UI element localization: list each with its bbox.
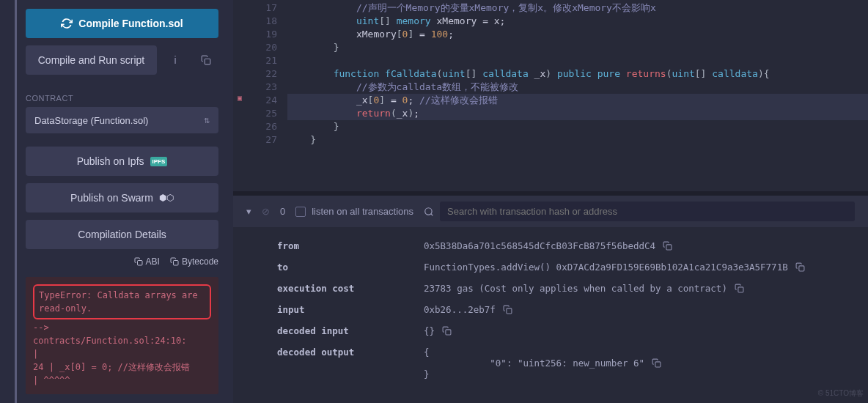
svg-rect-9 <box>655 362 661 367</box>
tx-row: decoded input{} <box>277 325 847 336</box>
tx-value: 0xb26...2eb7f <box>424 304 847 315</box>
compile-button[interactable]: Compile Function.sol <box>26 9 218 38</box>
info-icon[interactable]: i <box>163 48 188 73</box>
copy-icon[interactable] <box>663 241 672 251</box>
error-location: contracts/Function.sol:24:10: <box>33 334 211 347</box>
error-title: TypeError: Calldata arrays are read-only… <box>33 284 211 319</box>
editor-gutter: ▣ <box>233 0 251 191</box>
error-gutter-icon[interactable]: ▣ <box>238 94 242 102</box>
svg-rect-6 <box>738 287 743 292</box>
tx-row: input0xb26...2eb7f <box>277 304 847 315</box>
listen-checkbox[interactable] <box>295 207 306 217</box>
code-line: xMemory[0] = 100; <box>287 28 868 41</box>
code-line: function fCalldata(uint[] calldata _x) p… <box>287 67 868 81</box>
no-entry-icon[interactable]: ⊘ <box>262 206 270 217</box>
code-line: _x[0] = 0; //这样修改会报错 <box>287 94 868 107</box>
code-editor[interactable]: ▣ 1718192021222324252627 //声明一个Memory的变量… <box>233 0 868 191</box>
main-area: ▣ 1718192021222324252627 //声明一个Memory的变量… <box>233 0 868 403</box>
chevron-updown-icon: ⇅ <box>204 117 210 125</box>
tx-key: from <box>277 240 424 251</box>
error-arrow: --> <box>33 321 211 334</box>
svg-rect-4 <box>666 245 672 250</box>
tx-key: to <box>277 262 424 273</box>
tx-value: FunctionTypes.addView() 0xD7ACd2a9FD159E… <box>424 262 847 273</box>
publish-swarm-label: Publish on Swarm <box>70 192 153 204</box>
error-snippet: 24 | _x[0] = 0; //这样修改会报错 <box>33 361 211 374</box>
copy-icon[interactable] <box>735 284 744 293</box>
code-line: } <box>287 120 868 133</box>
bytecode-copy[interactable]: Bytecode <box>170 256 218 267</box>
publish-ipfs-label: Publish on Ipfs <box>77 155 144 167</box>
contract-heading: CONTRACT <box>26 94 218 103</box>
contract-select-value: DataStorage (Function.sol) <box>34 115 148 126</box>
terminal-bar: ▾ ⊘ 0 listen on all transactions <box>233 196 868 227</box>
line-numbers: 1718192021222324252627 <box>251 0 287 191</box>
copy-script-icon[interactable] <box>194 48 218 73</box>
publish-swarm-button[interactable]: Publish on Swarm ⬢⬡ <box>26 183 218 212</box>
svg-rect-7 <box>507 308 512 314</box>
code-line: uint[] memory xMemory = x; <box>287 15 868 28</box>
tx-row: from0x5B38Da6a701c568545dCfcB03FcB875f56… <box>277 240 847 251</box>
watermark: © 51CTO博客 <box>818 388 864 399</box>
compile-run-label: Compile and Run script <box>38 54 145 66</box>
svg-rect-8 <box>446 330 451 335</box>
code-line: } <box>287 133 868 147</box>
code-line: //参数为calldata数组，不能被修改 <box>287 81 868 94</box>
tx-key: input <box>277 304 424 315</box>
tx-key: decoded output <box>277 347 424 358</box>
transaction-details: from0x5B38Da6a701c568545dCfcB03FcB875f56… <box>233 227 868 403</box>
search-icon[interactable] <box>424 207 434 217</box>
tx-row: execution cost23783 gas (Cost only appli… <box>277 283 847 294</box>
compile-run-button[interactable]: Compile and Run script <box>26 45 157 75</box>
swarm-icon: ⬢⬡ <box>159 193 174 203</box>
svg-rect-2 <box>173 261 178 266</box>
code-line: //声明一个Memory的变量xMemory，复制x。修改xMemory不会影响… <box>287 1 868 15</box>
tx-value: 23783 gas (Cost only applies when called… <box>424 283 847 294</box>
error-carets: | ^^^^^ <box>33 374 211 387</box>
tx-row: toFunctionTypes.addView() 0xD7ACd2a9FD15… <box>277 262 847 273</box>
contract-select[interactable]: DataStorage (Function.sol) ⇅ <box>26 107 218 133</box>
tx-value: {} <box>424 325 847 336</box>
code-content: //声明一个Memory的变量xMemory，复制x。修改xMemory不会影响… <box>287 0 868 191</box>
svg-rect-0 <box>205 59 210 64</box>
tx-value: 0x5B38Da6a701c568545dCfcB03FcB875f56bedd… <box>424 240 847 251</box>
tx-value: { "0": "uint256: new_number 6" } <box>424 347 847 380</box>
tx-row: decoded output{ "0": "uint256: new_numbe… <box>277 347 847 380</box>
tx-search-input[interactable] <box>440 202 855 221</box>
tx-key: decoded input <box>277 325 424 336</box>
copy-icon[interactable] <box>795 262 805 272</box>
listen-label: listen on all transactions <box>312 206 413 217</box>
copy-icon[interactable] <box>652 358 661 368</box>
copy-icon[interactable] <box>503 305 512 314</box>
compilation-details-button[interactable]: Compilation Details <box>26 220 218 249</box>
code-line: return(_x); <box>287 107 868 120</box>
abi-label: ABI <box>146 256 160 267</box>
sidebar: Compile Function.sol Compile and Run scr… <box>0 0 233 403</box>
chevron-down-icon[interactable]: ▾ <box>246 206 251 217</box>
compile-button-label: Compile Function.sol <box>78 18 183 29</box>
pending-count: 0 <box>280 206 285 217</box>
svg-point-3 <box>425 207 432 214</box>
refresh-icon <box>61 18 73 29</box>
code-line: } <box>287 41 868 54</box>
ipfs-icon: IPFS <box>150 157 168 166</box>
svg-rect-1 <box>137 261 142 266</box>
svg-rect-5 <box>799 266 804 271</box>
bytecode-label: Bytecode <box>182 256 218 267</box>
copy-icon[interactable] <box>442 326 452 336</box>
abi-copy[interactable]: ABI <box>134 256 160 267</box>
tx-key: execution cost <box>277 283 424 294</box>
compilation-details-label: Compilation Details <box>78 229 166 240</box>
compile-error: TypeError: Calldata arrays are read-only… <box>26 277 218 394</box>
error-pipe: | <box>33 347 211 361</box>
code-line <box>287 54 868 67</box>
publish-ipfs-button[interactable]: Publish on Ipfs IPFS <box>26 147 218 176</box>
